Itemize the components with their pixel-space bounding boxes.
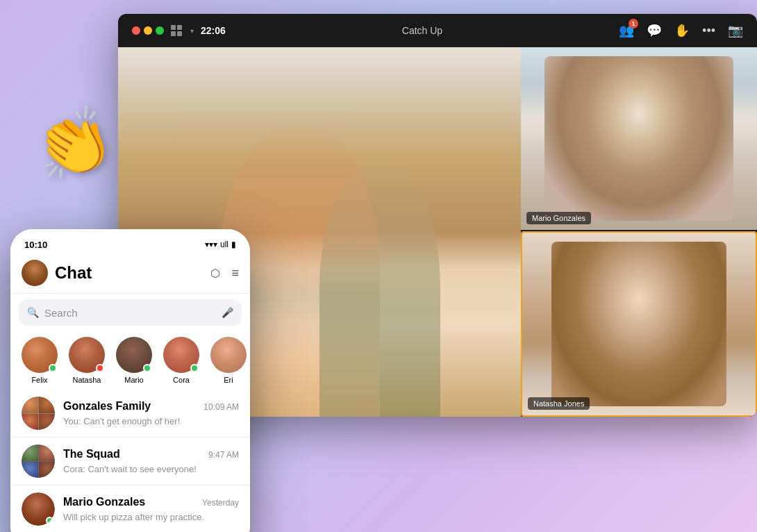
chat-time-squad: 9:47 AM: [208, 450, 239, 460]
chat-icon[interactable]: 💬: [647, 23, 662, 38]
chat-avatar-mario: [22, 492, 55, 526]
chat-preview-squad: Cora: Can't wait to see everyone!: [63, 464, 197, 474]
chat-info-gonzales: Gonzales Family 10:09 AM You: Can't get …: [63, 400, 239, 427]
status-indicator-natasha: [96, 364, 104, 372]
story-avatar-mario: [116, 337, 152, 373]
participant-name-mario: Mario Gonzales: [526, 212, 591, 224]
window-title: Catch Up: [402, 25, 442, 36]
titlebar-left: ▾ 22:06: [132, 25, 226, 36]
titlebar-center: Catch Up: [402, 25, 442, 36]
story-name-eri: Eri: [224, 376, 233, 384]
chat-name-row-mario: Mario Gonzales Yesterday: [63, 496, 239, 508]
dropdown-arrow[interactable]: ▾: [190, 27, 194, 35]
header-icons: ⬡ ≡: [210, 266, 239, 281]
minimize-dot[interactable]: [144, 26, 152, 35]
story-avatar-cora: [163, 337, 199, 373]
filter-icon[interactable]: ≡: [231, 266, 239, 281]
chat-time-mario: Yesterday: [202, 498, 239, 508]
chat-item-gonzales-family[interactable]: Gonzales Family 10:09 AM You: Can't get …: [10, 390, 250, 438]
battery-icon: ▮: [231, 240, 236, 249]
search-icon: 🔍: [27, 307, 39, 318]
chat-header-title: Chat: [55, 263, 92, 283]
header-left: Chat: [22, 260, 92, 286]
status-icons: ▾▾▾ ull ▮: [205, 240, 236, 249]
chat-avatar-gonzales: [22, 397, 55, 430]
camera-icon[interactable]: 📷: [728, 23, 743, 38]
titlebar-time: 22:06: [201, 25, 226, 36]
mobile-phone: 10:10 ▾▾▾ ull ▮ Chat ⬡ ≡ 🔍 Search 🎤: [10, 229, 250, 532]
phone-header: Chat ⬡ ≡: [10, 254, 250, 294]
close-dot[interactable]: [132, 26, 140, 35]
wifi-icon: ▾▾▾: [205, 240, 217, 249]
grid-icon[interactable]: [171, 25, 182, 36]
chat-name-squad: The Squad: [63, 448, 120, 460]
status-indicator-felix: [49, 364, 57, 372]
mic-icon[interactable]: 🎤: [222, 307, 233, 318]
raise-hand-icon[interactable]: ✋: [674, 23, 690, 38]
user-avatar[interactable]: [22, 260, 48, 286]
chat-avatar-squad: [22, 444, 55, 478]
chat-info-mario: Mario Gonzales Yesterday Will pick up pi…: [63, 496, 239, 523]
titlebar: ▾ 22:06 Catch Up 👥 1 💬 ✋ ••• 📷: [118, 14, 757, 47]
online-indicator-mario: [46, 517, 53, 524]
story-name-cora: Cora: [173, 376, 190, 384]
chat-preview-gonzales: You: Can't get enough of her!: [63, 416, 180, 426]
story-item-cora[interactable]: Cora: [163, 337, 199, 384]
status-indicator-mario: [143, 364, 151, 372]
chat-item-the-squad[interactable]: The Squad 9:47 AM Cora: Can't wait to se…: [10, 438, 250, 485]
story-avatar-felix: [22, 337, 58, 373]
chat-name-gonzales: Gonzales Family: [63, 400, 151, 413]
signal-icon: ull: [220, 240, 228, 249]
status-bar: 10:10 ▾▾▾ ull ▮: [10, 229, 250, 254]
story-item-mario[interactable]: Mario: [116, 337, 152, 384]
story-item-natasha[interactable]: Natasha: [69, 337, 105, 384]
video-panel-mario: Mario Gonzales: [521, 47, 757, 231]
search-input-placeholder[interactable]: Search: [44, 307, 216, 319]
story-item-eri[interactable]: Eri: [210, 337, 247, 384]
chat-info-squad: The Squad 9:47 AM Cora: Can't wait to se…: [63, 448, 239, 475]
chat-time-gonzales: 10:09 AM: [203, 402, 239, 412]
story-item-felix[interactable]: Felix: [22, 337, 58, 384]
story-avatar-eri: [210, 337, 247, 373]
more-icon[interactable]: •••: [702, 24, 715, 38]
phone-time: 10:10: [24, 240, 47, 250]
compose-icon[interactable]: ⬡: [210, 267, 220, 280]
window-controls: [132, 26, 164, 35]
chat-name-row-squad: The Squad 9:47 AM: [63, 448, 239, 460]
participant-name-natasha: Natasha Jones: [528, 397, 590, 410]
status-indicator-cora: [190, 364, 199, 372]
search-bar[interactable]: 🔍 Search 🎤: [19, 299, 242, 326]
video-right-panel: Mario Gonzales Natasha Jones: [521, 47, 757, 417]
maximize-dot[interactable]: [156, 26, 164, 35]
chat-preview-mario: Will pick up pizza after my practice.: [63, 512, 204, 522]
chat-name-row: Gonzales Family 10:09 AM: [63, 400, 239, 413]
story-row: Felix Natasha Mario Cora: [10, 331, 250, 390]
video-panel-natasha: Natasha Jones: [521, 231, 757, 417]
chat-name-mario: Mario Gonzales: [63, 496, 145, 508]
story-name-mario: Mario: [124, 376, 144, 384]
notification-badge: 1: [629, 19, 638, 28]
story-name-natasha: Natasha: [73, 376, 101, 384]
participants-icon[interactable]: 👥 1: [619, 23, 634, 38]
chat-item-mario[interactable]: Mario Gonzales Yesterday Will pick up pi…: [10, 485, 250, 532]
titlebar-controls: 👥 1 💬 ✋ ••• 📷: [619, 23, 743, 38]
story-avatar-natasha: [69, 337, 105, 373]
chat-list: Gonzales Family 10:09 AM You: Can't get …: [10, 390, 250, 532]
story-name-felix: Felix: [31, 376, 47, 384]
